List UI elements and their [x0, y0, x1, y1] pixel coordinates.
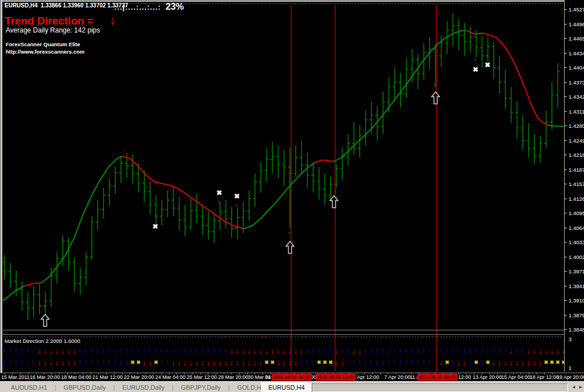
price-axis-tick: [565, 257, 567, 257]
chart-tab-gbpjpy-daily[interactable]: GBPJPY,Daily: [174, 382, 228, 392]
event-vline-time-label: 2011.04.05 16:00: [316, 374, 356, 381]
price-axis-tick: [565, 140, 567, 141]
price-axis-tick: [565, 38, 567, 39]
event-vline-time-label: 2011.04.12 08:00: [417, 374, 457, 381]
fractal-up-arrow: ↑: [486, 53, 489, 59]
price-axis-label: 1.41260: [569, 196, 584, 202]
price-axis-tick: [565, 271, 567, 272]
price-axis-tick: [565, 155, 567, 155]
time-axis-label: 21 Mar 12:00: [92, 374, 123, 380]
price-axis-tick: [565, 213, 567, 213]
fractal-up-arrow: ↑: [334, 189, 337, 195]
tab-scroll-right-icon[interactable]: ►: [578, 384, 583, 390]
trend-strength-gauge: :..|:...:...:...:23%: [114, 2, 184, 12]
ma-line-up-segment: [548, 126, 563, 127]
tab-scroll-left-icon[interactable]: ◄: [571, 384, 576, 390]
price-axis-label: 1.40645: [569, 225, 584, 231]
price-axis-label: 1.39100: [569, 297, 584, 304]
close-signal-x-mark: ✖: [152, 223, 158, 231]
time-axis-label: 28 Mar 20:00: [218, 374, 248, 380]
chart-tab-audusd-h1[interactable]: AUDUSD,H1: [3, 382, 55, 392]
price-axis[interactable]: 3 1 1.452701.449651.446551.443451.440401…: [564, 0, 584, 372]
price-axis-label: 1.44345: [569, 50, 584, 56]
price-axis-tick: [565, 286, 567, 286]
buy-signal-arrow: [431, 91, 440, 107]
price-axis-tick: [565, 111, 567, 112]
time-axis-label: 15 Mar 2011: [1, 374, 30, 380]
ma-line-up-segment: [41, 156, 122, 283]
price-axis-tick: [565, 169, 567, 170]
price-axis-label: 1.42185: [569, 152, 584, 158]
time-axis-label: 18 Apr 12:00: [530, 374, 559, 380]
price-axis-tick: [565, 9, 567, 10]
ohlc-readout: EURUSD,H4 1.33866 1.33960 1.33702 1.3373…: [5, 2, 128, 9]
subwindow-indicator-label: Market Direction 2.2000 1.6000: [5, 338, 80, 344]
price-axis-label: 1.43730: [569, 79, 584, 86]
window-frame-top-highlight: [0, 1, 584, 2]
price-axis-label: 1.44040: [569, 64, 584, 71]
price-axis-label: 1.41875: [569, 167, 584, 173]
fractal-down-arrow: ↓: [218, 198, 221, 204]
ma-line-up-segment: [478, 33, 484, 34]
tabbar-scroll-track[interactable]: [303, 383, 568, 392]
price-axis-tick: [565, 24, 567, 25]
chart-tab-gbpusd-daily[interactable]: GBPUSD,Daily: [56, 382, 113, 392]
fractal-up-arrow: ↑: [433, 82, 437, 88]
close-signal-x-mark: ✖: [473, 66, 478, 74]
time-axis-label: 25 Mar 12:00: [187, 374, 217, 380]
time-axis-label: 19 Apr 20:00: [557, 374, 584, 380]
price-chart-canvas[interactable]: [0, 0, 564, 373]
chart-tab-bar: AUDUSD,H1|GBPUSD,Daily|EURUSD,Daily|GBPJ…: [0, 381, 584, 392]
price-axis-label: 1.40950: [569, 210, 584, 216]
price-axis-label: 1.40335: [569, 239, 584, 245]
trend-direction-text: Trend Direction =: [5, 15, 94, 27]
price-axis-label: 1.39715: [569, 268, 584, 274]
price-axis-tick: [565, 228, 567, 228]
price-axis-tick: [565, 67, 567, 68]
price-axis-tick: [565, 242, 567, 243]
price-axis-label: 1.45270: [569, 6, 584, 13]
price-axis-tick: [565, 199, 567, 199]
time-axis[interactable]: 15 Mar 201116 Mar 20:0018 Mar 04:0021 Ma…: [0, 373, 584, 382]
price-axis-tick: [565, 126, 567, 126]
ma-line-up-segment: [3, 286, 25, 301]
indicator-url-label: http://www.forexscanners.com: [6, 49, 84, 55]
subwindow-scale-top: 3: [569, 336, 571, 342]
subwindow-top-border[interactable]: [0, 334, 564, 335]
price-axis-tick: [565, 53, 567, 54]
chart-tab-active-eurusd-h4[interactable]: EURUSD,H4: [261, 382, 312, 392]
price-axis-label: 1.43110: [569, 108, 584, 115]
gauge-ticks: :..|:...:...:...:: [114, 3, 161, 11]
ma-line-down-segment: [315, 160, 334, 162]
subwindow-scale-bottom: 1: [569, 365, 571, 371]
price-axis-label: 1.43420: [569, 94, 584, 100]
event-vline-time-label: 2011.04.01 16:00: [272, 374, 312, 381]
subwindow-dashed-border: [3, 337, 562, 337]
time-axis-label: 7 Apr 20:00: [384, 374, 410, 380]
price-axis-label: 1.40025: [569, 254, 584, 260]
trend-down-arrow-icon: ↓: [110, 13, 116, 27]
gauge-percent: 23%: [166, 2, 184, 11]
price-axis-tick: [565, 315, 567, 316]
fractal-up-arrow: ↑: [288, 230, 291, 236]
price-axis-label: 1.41570: [569, 181, 584, 187]
buy-signal-arrow: [285, 241, 295, 256]
buy-signal-arrow: [329, 195, 339, 211]
time-axis-tick: [380, 373, 381, 374]
close-signal-x-mark: ✖: [234, 192, 240, 200]
time-axis-label: 15 Apr 04:00: [501, 374, 530, 380]
price-axis-label: 1.38790: [569, 312, 584, 318]
price-axis-label: 1.39410: [569, 283, 584, 289]
price-axis-tick: [565, 300, 567, 301]
close-signal-x-mark: ✖: [485, 61, 490, 69]
close-signal-x-mark: ✖: [216, 189, 222, 197]
price-axis-tick: [565, 184, 567, 184]
indicator-brand-label: ForexScanner Quantum Elite: [6, 41, 80, 47]
price-axis-tick: [565, 329, 567, 330]
chart-tab-eurusd-daily[interactable]: EURUSD,Daily: [115, 382, 172, 392]
time-axis-label: 6 Apr 12:00: [353, 374, 379, 380]
time-axis-label: 18 Mar 04:00: [61, 374, 91, 380]
time-axis-label: 22 Mar 20:00: [124, 374, 154, 380]
fractal-up-arrow: ↑: [154, 213, 157, 219]
fractal-down-arrow: ↓: [235, 201, 239, 208]
